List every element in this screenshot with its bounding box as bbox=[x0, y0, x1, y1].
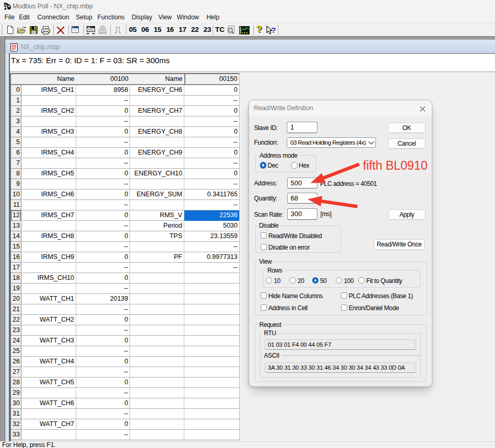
svg-text:?: ? bbox=[272, 26, 276, 34]
